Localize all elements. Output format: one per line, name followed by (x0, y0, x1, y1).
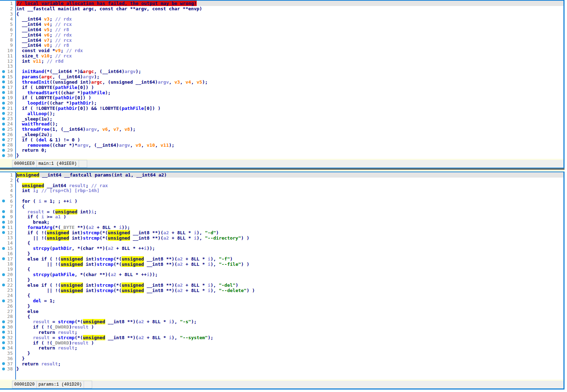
code-line[interactable]: 21 if ( !LOBYTE(pathDir[0]) && !LOBYTE(p… (0, 106, 563, 111)
code-line[interactable]: 16 threadInit((unsigned int)argc, (unsig… (0, 79, 563, 85)
code-line[interactable]: 9 if ( i >= a1 ) (0, 214, 563, 219)
code-line[interactable]: 17 else if ( !(unsigned int)strcmp(*(uns… (0, 256, 563, 262)
breakpoint-dot[interactable] (2, 96, 5, 99)
code-text[interactable]: if ( !LOBYTE(pathDir[0]) && !LOBYTE(path… (15, 106, 563, 111)
code-line[interactable]: 10 break; (0, 219, 563, 225)
breakpoint-dot[interactable] (2, 215, 5, 218)
code-text[interactable]: { (15, 314, 563, 319)
code-line[interactable]: 27 else (0, 309, 563, 314)
code-text[interactable]: loopdir((char *)pathDir); (15, 100, 563, 106)
code-text[interactable]: __int64 v8; // r8 (15, 43, 563, 48)
code-line[interactable]: 21 } (0, 277, 563, 282)
code-text[interactable]: result = strcmp(*(unsigned __int8 **)(a2… (15, 335, 563, 340)
code-text[interactable]: const void *v9; // rdx (15, 48, 563, 53)
code-line[interactable]: 30 if ( !(_DWORD)result ) (0, 324, 563, 330)
breakpoint-dot[interactable] (2, 133, 5, 136)
code-text[interactable]: || !(unsigned int)strcmp(*(unsigned __in… (15, 235, 563, 241)
code-line[interactable]: 23 || !(unsigned int)strcmp(*(unsigned _… (0, 288, 563, 293)
code-line[interactable]: 4 __int64 v3; // rdx (0, 16, 563, 22)
code-line[interactable]: 7 __int64 v6; // rdx (0, 32, 563, 38)
code-line[interactable]: 32 result = strcmp(*(unsigned __int8 **)… (0, 335, 563, 340)
code-line[interactable]: 31 return result; (0, 330, 563, 335)
code-text[interactable]: __int64 v4; // rcx (15, 22, 563, 27)
breakpoint-dot[interactable] (2, 257, 5, 260)
code-text[interactable]: else if ( !(unsigned int)strcmp(*(unsign… (15, 282, 563, 288)
code-text[interactable] (15, 64, 563, 69)
code-line[interactable]: 22 else if ( !(unsigned int)strcmp(*(uns… (0, 282, 563, 288)
code-line[interactable]: 26 } (0, 303, 563, 309)
code-text[interactable] (15, 193, 563, 198)
code-line[interactable]: 3 unsigned __int64 result; // rax (0, 183, 563, 188)
breakpoint-dot[interactable] (2, 231, 5, 234)
code-line[interactable]: 4 int i; // [rsp+Ch] [rbp-14h] (0, 188, 563, 193)
code-line[interactable]: 24 waitThread(); (0, 121, 563, 127)
code-line[interactable]: 19 { (0, 267, 563, 272)
breakpoint-dot[interactable] (2, 341, 5, 344)
code-text[interactable]: allLoop(); (15, 111, 563, 116)
code-line[interactable]: 15 params(argc, (__int64)argv); (0, 74, 563, 79)
breakpoint-dot[interactable] (2, 75, 5, 78)
code-text[interactable]: if ( (del & 1) != 0 ) (15, 137, 563, 142)
code-text[interactable]: // local variable allocation has failed,… (15, 1, 563, 6)
code-text[interactable]: unsigned __int64 result; // rax (15, 183, 563, 188)
code-text[interactable]: || !(unsigned int)strcmp(*(unsigned __in… (15, 262, 563, 267)
code-line[interactable]: 18 || !(unsigned int)strcmp(*(unsigned _… (0, 262, 563, 267)
code-line[interactable]: 30} (0, 153, 563, 158)
code-line[interactable]: 13 (0, 64, 563, 69)
code-text[interactable]: waitThread(); (15, 121, 563, 127)
breakpoint-dot[interactable] (2, 347, 5, 349)
code-text[interactable]: if ( !(unsigned int)strcmp(*(unsigned __… (15, 230, 563, 235)
code-text[interactable]: break; (15, 219, 563, 225)
code-text[interactable]: _sleep(1u); (15, 116, 563, 122)
breakpoint-dot[interactable] (2, 331, 5, 334)
code-line[interactable]: 10 const void *v9; // rdx (0, 48, 563, 53)
code-text[interactable]: result = strcmp(*(unsigned __int8 **)(a2… (15, 319, 563, 324)
code-text[interactable]: strcpy(pathDir, *(char **)(a2 + 8LL * ++… (15, 246, 563, 251)
code-line[interactable]: 2{ (0, 178, 563, 183)
code-text[interactable]: result = (unsigned int)i; (15, 209, 563, 214)
code-line[interactable]: 25 threadFree(1, (__int64)argv, v6, v7, … (0, 127, 563, 132)
breakpoint-dot[interactable] (2, 154, 5, 157)
breakpoint-dot[interactable] (2, 336, 5, 339)
code-text[interactable]: } (15, 277, 563, 282)
code-text[interactable]: else if ( !(unsigned int)strcmp(*(unsign… (15, 256, 563, 262)
code-text[interactable]: int v11; // r8d (15, 58, 563, 64)
code-line[interactable]: 13 || !(unsigned int)strcmp(*(unsigned _… (0, 235, 563, 241)
code-line[interactable]: 12 int v11; // r8d (0, 58, 563, 64)
code-line[interactable]: 28 removeme((char *)*argv, (__int64)argv… (0, 142, 563, 148)
code-text[interactable]: formatArg(*(_BYTE **)(a2 + 8LL * i)); (15, 225, 563, 230)
code-text[interactable]: threadStart((char *)pathFile); (15, 90, 563, 95)
code-text[interactable]: if ( LOBYTE(pathFile[0]) ) (15, 85, 563, 90)
code-text[interactable]: return result; (15, 330, 563, 335)
code-text[interactable]: del = 1; (15, 298, 563, 303)
code-line[interactable]: 8 __int64 v7; // rcx (0, 38, 563, 43)
breakpoint-dot[interactable] (2, 80, 5, 83)
code-text[interactable]: _sleep(2u); (15, 132, 563, 137)
code-text[interactable]: } (15, 351, 563, 356)
breakpoint-dot[interactable] (2, 107, 5, 110)
code-text[interactable]: if ( i >= a1 ) (15, 214, 563, 219)
code-line[interactable]: 14 { (0, 240, 563, 246)
breakpoint-dot[interactable] (2, 210, 5, 213)
code-line[interactable]: 20 loopdir((char *)pathDir); (0, 100, 563, 106)
breakpoint-dot[interactable] (2, 221, 5, 224)
code-text[interactable]: unsigned __int64 __fastcall params(int a… (15, 172, 563, 178)
code-line[interactable]: 29 return 0; (0, 147, 563, 153)
code-text[interactable]: if ( !(_DWORD)result ) (15, 340, 563, 346)
code-line[interactable]: 12 if ( !(unsigned int)strcmp(*(unsigned… (0, 230, 563, 235)
breakpoint-dot[interactable] (2, 86, 5, 89)
code-text[interactable]: { (15, 178, 563, 183)
code-text[interactable]: strcpy(pathFile, *(char **)(a2 + 8LL * +… (15, 272, 563, 277)
code-line[interactable]: 9 __int64 v8; // r8 (0, 43, 563, 48)
code-text[interactable]: int i; // [rsp+Ch] [rbp-14h] (15, 188, 563, 193)
breakpoint-dot[interactable] (2, 128, 5, 131)
code-line[interactable]: 7 { (0, 204, 563, 209)
breakpoint-dot[interactable] (2, 273, 5, 276)
code-line[interactable]: 37 return result; (0, 361, 563, 366)
code-text[interactable]: else (15, 309, 563, 314)
code-text[interactable]: __int64 v7; // rcx (15, 38, 563, 43)
code-line[interactable]: 20 strcpy(pathFile, *(char **)(a2 + 8LL … (0, 272, 563, 277)
code-line[interactable]: 5 __int64 v4; // rcx (0, 22, 563, 27)
code-line[interactable]: 38} (0, 366, 563, 371)
code-text[interactable]: params(argc, (__int64)argv); (15, 74, 563, 79)
